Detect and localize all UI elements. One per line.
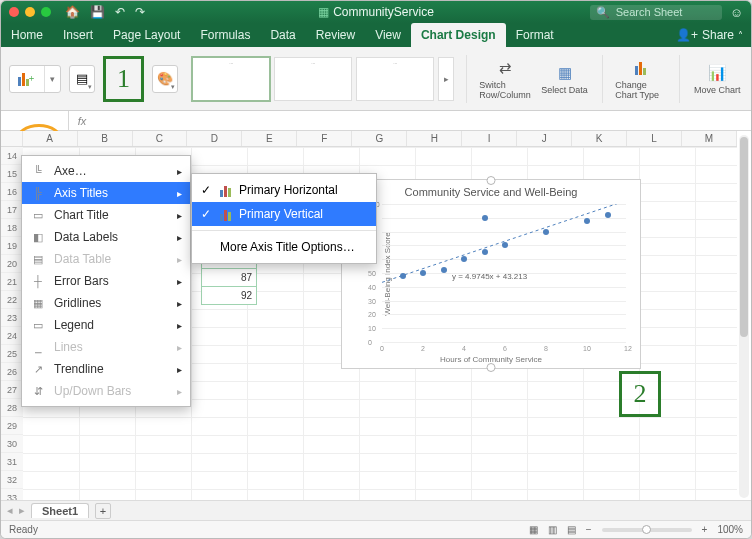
- embedded-chart[interactable]: Community Service and Well-Being Well-Be…: [341, 179, 641, 369]
- menu-item-axe-[interactable]: ╚Axe…▸: [22, 160, 190, 182]
- row-header[interactable]: 26: [1, 363, 23, 381]
- tab-view[interactable]: View: [365, 23, 411, 47]
- row-header[interactable]: 27: [1, 381, 23, 399]
- col-header[interactable]: A: [23, 131, 78, 146]
- data-point[interactable]: [543, 229, 549, 235]
- menu-item-trendline[interactable]: ↗Trendline▸: [22, 358, 190, 380]
- col-header[interactable]: K: [572, 131, 627, 146]
- menu-item-data-labels[interactable]: ◧Data Labels▸: [22, 226, 190, 248]
- sheet-prev-icon[interactable]: ◂: [7, 504, 13, 517]
- view-normal-icon[interactable]: ▦: [529, 524, 538, 535]
- menu-item-axis-titles[interactable]: ╠Axis Titles▸: [22, 182, 190, 204]
- change-chart-type-button[interactable]: Change Chart Type: [615, 58, 666, 100]
- move-chart-button[interactable]: 📊Move Chart: [692, 63, 743, 95]
- data-point[interactable]: [400, 273, 406, 279]
- menu-primary-horizontal[interactable]: ✓ Primary Horizontal: [192, 178, 376, 202]
- col-header[interactable]: D: [187, 131, 242, 146]
- search-sheet[interactable]: 🔍: [590, 5, 722, 20]
- data-point[interactable]: [584, 218, 590, 224]
- data-point[interactable]: [482, 249, 488, 255]
- menu-item-error-bars[interactable]: ┼Error Bars▸: [22, 270, 190, 292]
- tab-review[interactable]: Review: [306, 23, 365, 47]
- qat-redo-icon[interactable]: ↷: [135, 5, 145, 19]
- col-header[interactable]: M: [682, 131, 737, 146]
- row-header[interactable]: 19: [1, 237, 23, 255]
- minimize-window-icon[interactable]: [25, 7, 35, 17]
- col-header[interactable]: G: [352, 131, 407, 146]
- view-page-layout-icon[interactable]: ▥: [548, 524, 557, 535]
- col-header[interactable]: L: [627, 131, 682, 146]
- zoom-slider[interactable]: [602, 528, 692, 532]
- col-header[interactable]: F: [297, 131, 352, 146]
- quick-layout-button[interactable]: ▤▾: [69, 65, 96, 93]
- row-header[interactable]: 33: [1, 489, 23, 500]
- zoom-out-icon[interactable]: −: [586, 524, 592, 535]
- cell[interactable]: 92: [201, 287, 257, 305]
- row-header[interactable]: 17: [1, 201, 23, 219]
- qat-undo-icon[interactable]: ↶: [115, 5, 125, 19]
- tab-format[interactable]: Format: [506, 23, 564, 47]
- add-sheet-button[interactable]: +: [95, 503, 111, 519]
- tab-chart-design[interactable]: Chart Design: [411, 23, 506, 47]
- menu-primary-vertical[interactable]: ✓ Primary Vertical: [192, 202, 376, 226]
- row-header[interactable]: 14: [1, 147, 23, 165]
- feedback-icon[interactable]: ☺: [730, 5, 743, 20]
- data-point[interactable]: [420, 270, 426, 276]
- qat-save-icon[interactable]: 💾: [90, 5, 105, 19]
- tab-data[interactable]: Data: [260, 23, 305, 47]
- collapse-ribbon-icon[interactable]: ˄: [738, 30, 743, 41]
- zoom-in-icon[interactable]: +: [702, 524, 708, 535]
- row-header[interactable]: 32: [1, 471, 23, 489]
- data-point[interactable]: [441, 267, 447, 273]
- row-header[interactable]: 18: [1, 219, 23, 237]
- tab-page-layout[interactable]: Page Layout: [103, 23, 190, 47]
- data-point[interactable]: [461, 256, 467, 262]
- col-header[interactable]: C: [133, 131, 188, 146]
- trendline-equation[interactable]: y = 4.9745x + 43.213: [452, 272, 527, 281]
- fullscreen-window-icon[interactable]: [41, 7, 51, 17]
- row-header[interactable]: 24: [1, 327, 23, 345]
- menu-more-axis-title-options[interactable]: More Axis Title Options…: [192, 235, 376, 259]
- col-header[interactable]: I: [462, 131, 517, 146]
- col-header[interactable]: E: [242, 131, 297, 146]
- zoom-label[interactable]: 100%: [717, 524, 743, 535]
- row-header[interactable]: 23: [1, 309, 23, 327]
- search-input[interactable]: [616, 6, 716, 18]
- sheet-next-icon[interactable]: ▸: [19, 504, 25, 517]
- tab-formulas[interactable]: Formulas: [190, 23, 260, 47]
- row-header[interactable]: 30: [1, 435, 23, 453]
- row-header[interactable]: 22: [1, 291, 23, 309]
- row-header[interactable]: 21: [1, 273, 23, 291]
- chart-title[interactable]: Community Service and Well-Being: [342, 180, 640, 198]
- row-header[interactable]: 28: [1, 399, 23, 417]
- chart-style-3[interactable]: ···: [356, 57, 434, 101]
- col-header[interactable]: H: [407, 131, 462, 146]
- col-header[interactable]: [1, 131, 23, 146]
- cell[interactable]: 87: [201, 269, 257, 287]
- col-header[interactable]: B: [78, 131, 133, 146]
- menu-item-legend[interactable]: ▭Legend▸: [22, 314, 190, 336]
- add-chart-element-button[interactable]: ＋ ▾: [9, 65, 61, 93]
- fx-icon[interactable]: fx: [69, 115, 95, 127]
- data-point[interactable]: [502, 242, 508, 248]
- row-header[interactable]: 31: [1, 453, 23, 471]
- name-box[interactable]: [1, 111, 69, 130]
- view-page-break-icon[interactable]: ▤: [567, 524, 576, 535]
- tab-home[interactable]: Home: [1, 23, 53, 47]
- row-header[interactable]: 20: [1, 255, 23, 273]
- row-header[interactable]: 16: [1, 183, 23, 201]
- x-axis-title[interactable]: Hours of Community Service: [342, 355, 640, 364]
- chart-style-2[interactable]: ···: [274, 57, 352, 101]
- data-point[interactable]: [605, 212, 611, 218]
- share-button[interactable]: Share: [702, 28, 734, 42]
- switch-row-column-button[interactable]: ⇄Switch Row/Column: [479, 58, 531, 100]
- data-point[interactable]: [482, 215, 488, 221]
- row-header[interactable]: 29: [1, 417, 23, 435]
- chart-style-next-icon[interactable]: ▸: [438, 57, 454, 101]
- tab-insert[interactable]: Insert: [53, 23, 103, 47]
- qat-home-icon[interactable]: 🏠: [65, 5, 80, 19]
- vertical-scrollbar[interactable]: [739, 135, 749, 498]
- row-header[interactable]: 25: [1, 345, 23, 363]
- change-colors-button[interactable]: 🎨▾: [152, 65, 179, 93]
- close-window-icon[interactable]: [9, 7, 19, 17]
